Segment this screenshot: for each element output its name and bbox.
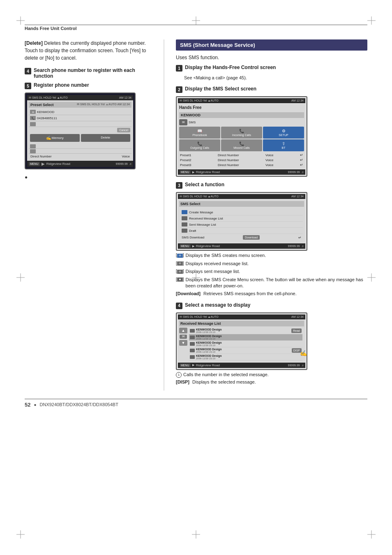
outgoing-calls-btn[interactable]: 📞 Outgoing Calls	[179, 139, 220, 151]
sms-step3-num: 3	[176, 182, 182, 189]
preset-actions-top: Cancel	[29, 127, 131, 133]
sms-step2-num: 2	[176, 86, 182, 93]
delete-button[interactable]: Delete	[81, 134, 131, 142]
preset-row3	[29, 121, 131, 127]
setup-btn[interactable]: ⚙ SETUP	[263, 127, 304, 139]
bt-btn[interactable]: ⇧ BT	[263, 139, 304, 151]
memory-label: Memory	[52, 136, 64, 140]
recv-title: Received Message List	[179, 321, 304, 326]
preset3-row: Preset3 Direct Number Voice ↵	[179, 162, 304, 167]
hf-body: Hands Free KENWOOD ✉ SMS 📖	[178, 104, 305, 169]
hf-title: Hands Free	[179, 105, 201, 110]
sms-item-received[interactable]: Received Message List	[180, 215, 303, 222]
right-column: SMS (Short Message Service) Uses SMS fun…	[176, 39, 367, 391]
recv-item-3[interactable]: KENWOOD Design 2006-12/30 23:10	[189, 341, 302, 347]
recv-desc-list: 1 Calls the number in the selected messa…	[176, 372, 367, 386]
delete-note: [Delete] Deletes the currently displayed…	[25, 39, 152, 62]
sms-menu-btn[interactable]: MENU	[180, 244, 191, 248]
download-btn[interactable]: Download	[243, 235, 260, 240]
hf-road: Ridgeview Road	[196, 170, 286, 174]
circle-1: 1	[176, 372, 182, 378]
step4-heading: 4 Search phone number to register with e…	[25, 67, 152, 79]
recv-item-1[interactable]: KENWOOD Design 2006-12/30 23:10 Read	[189, 328, 302, 334]
preset1-row: Preset1 Direct Number Voice ↵	[179, 153, 304, 157]
sms-step3: 3 Select a function ✉ SMS DL HOLD Yel ▲A…	[176, 182, 367, 297]
sms-step1-desc: See <Making a call> (page 45).	[184, 75, 367, 81]
hf-icon-row: ✉ SMS	[179, 119, 304, 125]
sms-uses: Uses SMS function.	[176, 55, 367, 60]
step4-label: Search phone number to register with eac…	[34, 67, 152, 79]
preset-body: Preset Select ✉ SMS DL HOLD Yel ▲AUTO AM…	[27, 100, 133, 161]
func-desc-list: [✉] Displays the SMS creates menu screen…	[176, 252, 367, 297]
sent-icon	[182, 222, 187, 227]
page-title: Hands Free Unit Control	[25, 26, 77, 31]
recv-menu-btn[interactable]: MENU	[180, 363, 191, 367]
sms-step1-heading: 1 Display the Hands-Free Control screen	[176, 65, 367, 72]
recv-mileage: 99999.99	[288, 364, 300, 367]
sms-step2-label: Display the SMS Select screen	[185, 86, 256, 92]
sms-step2-heading: 2 Display the SMS Select screen	[176, 86, 367, 93]
sms-step3-heading: 3 Select a function	[176, 182, 367, 189]
create-icon	[182, 210, 187, 214]
func-desc-create: [✉] Displays the SMS creates menu screen…	[176, 252, 367, 259]
step4-num: 4	[25, 68, 31, 74]
hf-kenwood: KENWOOD	[179, 112, 304, 118]
recv-item-5[interactable]: KENWOOD Design 2006-12/30 23:10	[189, 354, 302, 361]
road-text: Ridgeview Road	[46, 162, 114, 166]
preset-select-screen: ✉ SMS DL HOLD Yel ▲AUTO AM 12:34 Preset …	[25, 92, 136, 169]
sms-item-create[interactable]: Create Message	[180, 209, 303, 215]
corner-mark-mr	[367, 273, 376, 282]
preset-topbar-right: AM 12:34	[119, 96, 131, 99]
recv-up-btn[interactable]: ▲	[179, 328, 187, 333]
hf-topbar: ✉ SMS DL HOLD Yel ▲AUTO AM 12:34	[178, 98, 305, 103]
footer-model: DNX9240BT/DDX8024BT/DDX8054BT	[40, 402, 118, 407]
page-footer: 52 ● DNX9240BT/DDX8024BT/DDX8054BT	[25, 399, 367, 408]
preset-row1: ✉ KENWOOD	[29, 109, 131, 115]
preset-bottom-bar: MENU ▶ Ridgeview Road 99999.99 ♬	[27, 161, 133, 167]
sms-select-list: Create Message Received Message List Sen…	[179, 208, 304, 241]
sms-step1-label: Display the Hands-Free Control screen	[185, 65, 276, 70]
missed-calls-btn[interactable]: 📞 Missed Calls	[221, 139, 262, 151]
sms-section-header: SMS (Short Message Service)	[176, 39, 367, 51]
corner-mark-tr	[367, 16, 376, 25]
hf-menu-btn[interactable]: MENU	[180, 170, 191, 174]
preset-phone: 04284865111	[37, 116, 57, 120]
recv-item-4[interactable]: KENWOOD Design 2006-12/30 23:10 DISP	[189, 347, 302, 354]
sms-step4-num: 4	[176, 303, 182, 309]
corner-mark-bc	[192, 530, 200, 539]
read-btn[interactable]: Read	[291, 328, 302, 333]
bullet-mark: ●	[25, 174, 152, 180]
sms-item-sent[interactable]: Sent Message List	[180, 222, 303, 228]
recv-desc-1: 1 Calls the number in the selected messa…	[176, 372, 367, 378]
sms-select-topbar: ✉ SMS DL HOLD Yel ▲AUTO AM 12:34	[178, 194, 305, 199]
corner-mark-tc	[192, 16, 200, 25]
page-number: 52	[25, 402, 30, 408]
sms-road: Ridgeview Road	[196, 244, 286, 248]
hf-preset-rows: Preset1 Direct Number Voice ↵ Preset2 Di…	[179, 153, 304, 167]
sms-download-row: SMS Download Download ↵	[180, 234, 303, 240]
delete-text: Deletes the currently displayed phone nu…	[25, 40, 146, 61]
preset-mem-del: ✍ Memory Delete	[29, 133, 131, 143]
sms-nav-icon: ✉	[180, 335, 187, 339]
msg-icon-1	[190, 329, 195, 333]
received-icon	[182, 216, 187, 220]
recv-down-btn[interactable]: ▼	[179, 340, 187, 346]
sms-select-screen: ✉ SMS DL HOLD Yel ▲AUTO AM 12:34 SMS Sel…	[176, 192, 307, 251]
mileage: 99999.99	[116, 162, 128, 165]
preset-icon3	[30, 122, 36, 126]
memory-button[interactable]: ✍ Memory	[30, 134, 80, 142]
recv-item-2[interactable]: KENWOOD Design 2006-12/30 23:10	[189, 334, 302, 341]
hf-grid: 📖 Phonebook 📞 Incoming Calls ⚙ SETUP	[179, 127, 304, 151]
msg-icon-4	[190, 349, 195, 352]
hf-mileage: 99999.99	[288, 171, 300, 173]
incoming-calls-btn[interactable]: 📞 Incoming Calls	[221, 127, 262, 139]
recv-bottom-bar: MENU ▶ Ridgeview Road 99999.99 ♬	[178, 363, 305, 368]
cancel-button[interactable]: Cancel	[117, 128, 130, 132]
corner-mark-bl	[16, 530, 25, 539]
menu-btn[interactable]: MENU	[29, 162, 40, 166]
sms-step1-num: 1	[176, 65, 182, 72]
preset-name1: KENWOOD	[37, 110, 54, 114]
phonebook-btn[interactable]: 📖 Phonebook	[179, 127, 220, 139]
draft-icon	[182, 229, 187, 233]
sms-item-draft[interactable]: Draft	[180, 228, 303, 234]
